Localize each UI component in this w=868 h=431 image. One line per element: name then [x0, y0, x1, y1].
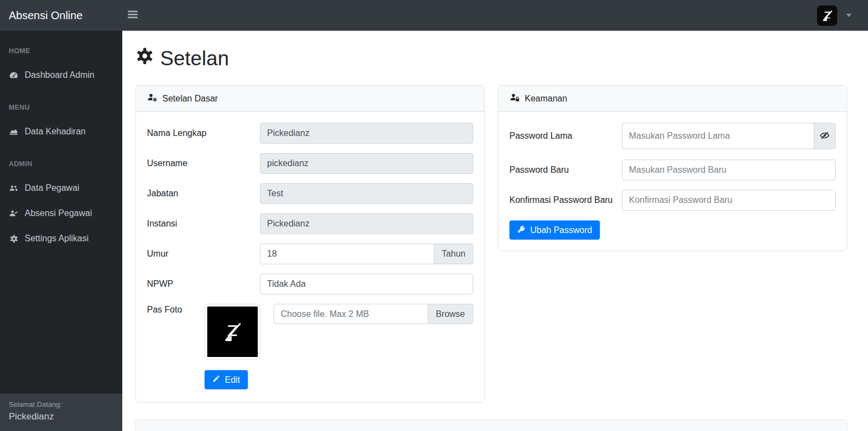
- profile-photo-thumbnail: [205, 304, 260, 360]
- nama-lengkap-input[interactable]: [260, 123, 473, 144]
- partial-card: [135, 419, 847, 431]
- partial-card-header: [136, 420, 847, 431]
- umur-input[interactable]: [260, 243, 434, 264]
- gear-icon: [9, 234, 19, 243]
- sidebar-section-admin: ADMIN: [0, 160, 122, 168]
- security-card: Keamanan Password Lama: [498, 85, 847, 251]
- jabatan-input[interactable]: [260, 183, 473, 204]
- security-card-header: Keamanan: [498, 86, 847, 112]
- logged-in-username: Pickedianz: [9, 411, 114, 422]
- sidebar-item-dashboard-admin[interactable]: Dashboard Admin: [0, 70, 122, 80]
- umur-unit-addon: Tahun: [434, 243, 473, 264]
- photo-column: Edit: [205, 304, 260, 389]
- gear-icon: [135, 47, 154, 70]
- password-baru-label: Password Baru: [509, 165, 622, 175]
- eye-slash-icon: [819, 130, 830, 143]
- password-baru-input[interactable]: [622, 160, 836, 180]
- umur-input-group: Tahun: [260, 243, 473, 264]
- jabatan-label: Jabatan: [147, 189, 260, 199]
- basic-settings-card-title: Setelan Dasar: [162, 94, 218, 104]
- sidebar-section-menu: MENU: [0, 104, 122, 111]
- tachometer-icon: [9, 70, 19, 80]
- konfirmasi-password-input[interactable]: [622, 190, 836, 211]
- field-row-pas-foto: Pas Foto: [147, 304, 473, 389]
- sidebar-toggle-button[interactable]: [123, 6, 142, 25]
- page-title: Setelan: [135, 47, 847, 70]
- field-row-password-lama: Password Lama: [509, 123, 836, 149]
- sidebar-item-label: Data Pegawai: [25, 183, 80, 193]
- photo-file-input-group: Choose file. Max 2 MB Browse: [274, 304, 473, 324]
- field-row-username: Username: [147, 153, 473, 174]
- sidebar-item-absensi-pegawai[interactable]: Absensi Pegawai: [0, 208, 122, 218]
- user-lock-icon: [509, 93, 520, 104]
- field-row-jabatan: Jabatan: [147, 183, 473, 204]
- photo-file-input[interactable]: Choose file. Max 2 MB: [274, 304, 428, 324]
- field-row-npwp: NPWP: [147, 274, 473, 294]
- basic-settings-card-body: Nama Lengkap Username Jabatan In: [136, 112, 484, 402]
- password-lama-group: [622, 123, 836, 149]
- user-check-icon: [9, 208, 19, 218]
- security-card-title: Keamanan: [525, 94, 567, 104]
- user-avatar[interactable]: [817, 5, 837, 26]
- app-brand[interactable]: Absensi Online: [0, 9, 122, 22]
- content-area: Setelan Setelan Dasar Nama Lengkap: [122, 31, 868, 431]
- umur-label: Umur: [147, 249, 260, 259]
- sidebar: HOME Dashboard Admin MENU Data Kehadiran…: [0, 31, 122, 431]
- pencil-icon: [212, 375, 220, 385]
- users-icon: [9, 183, 19, 193]
- password-lama-label: Password Lama: [509, 131, 622, 141]
- instansi-input[interactable]: [260, 213, 473, 234]
- sidebar-footer: Selamat Datang: Pickedianz: [0, 394, 122, 431]
- field-row-konfirmasi-password: Konfirmasi Password Baru: [509, 190, 836, 211]
- navbar-right: [817, 5, 868, 26]
- npwp-input[interactable]: [260, 274, 473, 294]
- sidebar-section-home: HOME: [0, 47, 122, 55]
- bars-icon: [128, 10, 138, 20]
- nama-lengkap-label: Nama Lengkap: [147, 128, 260, 138]
- user-gear-icon: [147, 93, 157, 104]
- pas-foto-label: Pas Foto: [147, 304, 205, 315]
- sidebar-item-data-pegawai[interactable]: Data Pegawai: [0, 183, 122, 193]
- edit-photo-button[interactable]: Edit: [205, 370, 248, 389]
- sidebar-item-label: Dashboard Admin: [25, 70, 94, 80]
- security-card-body: Password Lama: [498, 112, 847, 251]
- field-row-instansi: Instansi: [147, 213, 473, 234]
- logo-mark: [217, 316, 248, 348]
- top-navbar: Absensi Online: [0, 0, 868, 31]
- username-input[interactable]: [260, 153, 473, 174]
- username-label: Username: [147, 158, 260, 168]
- instansi-label: Instansi: [147, 219, 260, 229]
- ubah-password-button[interactable]: Ubah Password: [509, 220, 600, 240]
- field-row-nama-lengkap: Nama Lengkap: [147, 123, 473, 144]
- welcome-label: Selamat Datang:: [9, 400, 114, 409]
- password-lama-input[interactable]: [622, 123, 814, 149]
- photo-browse-button[interactable]: Browse: [428, 304, 473, 324]
- basic-settings-card-header: Setelan Dasar: [136, 86, 484, 112]
- sidebar-item-label: Absensi Pegawai: [25, 208, 92, 218]
- sidebar-item-settings-aplikasi[interactable]: Settings Aplikasi: [0, 234, 122, 243]
- main-layout: HOME Dashboard Admin MENU Data Kehadiran…: [0, 31, 868, 431]
- cards-row: Setelan Dasar Nama Lengkap Username Ja: [135, 85, 847, 402]
- chart-area-icon: [9, 127, 19, 137]
- npwp-label: NPWP: [147, 279, 260, 289]
- field-row-password-baru: Password Baru: [509, 160, 836, 180]
- sidebar-item-label: Data Kehadiran: [25, 127, 86, 137]
- edit-photo-button-label: Edit: [225, 375, 240, 385]
- logo-avatar: [817, 5, 837, 26]
- sidebar-item-data-kehadiran[interactable]: Data Kehadiran: [0, 127, 122, 137]
- sidebar-item-label: Settings Aplikasi: [25, 234, 89, 243]
- key-icon: [517, 225, 526, 236]
- app-window: Absensi Online HOME: [0, 0, 868, 431]
- toggle-password-visibility-button[interactable]: [814, 123, 836, 149]
- page-title-text: Setelan: [160, 47, 229, 70]
- ubah-password-button-label: Ubah Password: [530, 225, 592, 235]
- profile-photo-image: [207, 307, 258, 357]
- field-row-umur: Umur Tahun: [147, 243, 473, 264]
- caret-down-icon[interactable]: [846, 14, 852, 17]
- konfirmasi-password-label: Konfirmasi Password Baru: [509, 195, 622, 205]
- basic-settings-card: Setelan Dasar Nama Lengkap Username Ja: [135, 85, 485, 402]
